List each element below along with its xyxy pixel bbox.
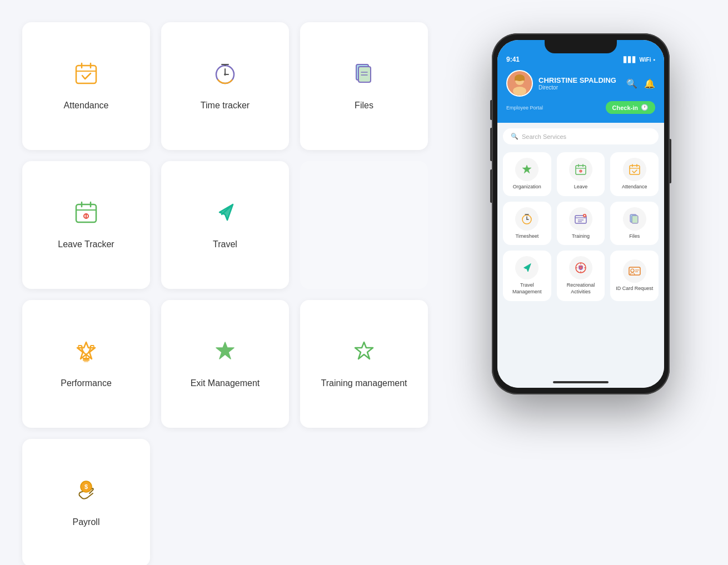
travel-label: Travel (213, 238, 237, 251)
attendance-phone-label: Attendance (622, 184, 647, 191)
phone-app-organization[interactable]: Organization (503, 152, 551, 196)
training-management-icon (351, 338, 377, 368)
phone-app-grid: Organization (503, 152, 659, 301)
svg-point-10 (224, 73, 226, 76)
performance-icon (73, 338, 99, 368)
phone-btn-vol-down (490, 169, 492, 203)
battery-icon: ▪ (653, 57, 655, 63)
svg-rect-34 (515, 78, 525, 81)
travel-phone-icon (515, 256, 538, 279)
app-grid-section: Attendance Time tracker (22, 17, 456, 565)
phone-btn-vol-up (490, 128, 492, 161)
attendance-icon (73, 60, 99, 91)
leave-tracker-label: Leave Tracker (58, 238, 114, 251)
training-icon (569, 207, 592, 231)
org-label: Organization (513, 184, 541, 191)
signal-icon: ▋▋▋ (624, 57, 637, 63)
phone-mockup: 9:41 ▋▋▋ WiFi ▪ (492, 33, 670, 394)
org-icon (515, 158, 538, 181)
header-actions: 🔍 🔔 (626, 78, 655, 89)
leave-icon (569, 158, 592, 181)
training-phone-label: Training (572, 233, 590, 240)
user-info: CHRISTINE SPALDING Director (506, 70, 616, 97)
svg-text:$: $ (84, 483, 88, 490)
payroll-icon: $ (73, 477, 99, 507)
checkin-row: Employee Portal Check-in 🕐 (506, 101, 655, 114)
phone-app-travel[interactable]: Travel Management (503, 251, 551, 301)
checkin-label: Check-in (612, 104, 638, 111)
payroll-label: Payroll (73, 516, 100, 528)
phone-app-files[interactable]: Files (610, 202, 659, 246)
files-icon (351, 60, 377, 91)
performance-label: Performance (61, 377, 112, 389)
card-placeholder-1 (300, 161, 428, 289)
phone-home-bar (553, 381, 609, 383)
phone-app-idcard[interactable]: ID Card Request (610, 251, 659, 301)
attendance-label: Attendance (64, 99, 109, 112)
wifi-icon: WiFi (639, 57, 651, 63)
status-bar: 9:41 ▋▋▋ WiFi ▪ (506, 56, 655, 63)
checkin-button[interactable]: Check-in 🕐 (606, 101, 655, 114)
user-details: CHRISTINE SPALDING Director (538, 76, 616, 91)
svg-rect-22 (84, 361, 88, 362)
recreational-label: Recreational Activities (559, 282, 603, 295)
search-bar[interactable]: 🔍 Search Services (503, 128, 659, 144)
user-row: CHRISTINE SPALDING Director 🔍 🔔 (506, 70, 655, 97)
timesheet-icon (515, 207, 538, 231)
time-tracker-icon (212, 60, 238, 91)
avatar (506, 70, 533, 97)
phone-app-leave[interactable]: Leave (557, 152, 605, 196)
user-name: CHRISTINE SPALDING (538, 76, 616, 85)
files-label: Files (355, 99, 373, 112)
card-leave-tracker[interactable]: Leave Tracker (22, 161, 150, 289)
att-icon (623, 158, 646, 181)
checkin-clock-icon: 🕐 (641, 104, 649, 111)
phone-app-attendance[interactable]: Attendance (610, 152, 659, 196)
idcard-label: ID Card Request (616, 286, 653, 292)
svg-rect-26 (83, 358, 89, 359)
screen-body: 🔍 Search Services Or (497, 123, 664, 388)
exit-management-icon (212, 338, 238, 368)
svg-rect-57 (632, 216, 638, 223)
subtitle-text: Employee Portal (506, 105, 543, 111)
exit-management-label: Exit Management (191, 377, 260, 389)
bell-icon[interactable]: 🔔 (644, 78, 655, 89)
search-icon[interactable]: 🔍 (626, 78, 637, 89)
files-phone-label: Files (629, 233, 640, 240)
phone-section: 9:41 ▋▋▋ WiFi ▪ (456, 17, 706, 565)
idcard-icon (623, 259, 646, 283)
card-files[interactable]: Files (300, 22, 428, 150)
card-performance[interactable]: Performance (22, 300, 150, 428)
phone-app-timesheet[interactable]: Timesheet (503, 202, 551, 246)
search-bar-icon: 🔍 (511, 133, 518, 140)
phone-notch (545, 40, 617, 53)
leave-label: Leave (574, 184, 588, 191)
user-role: Director (538, 84, 616, 91)
main-container: Attendance Time tracker (0, 0, 728, 565)
card-travel[interactable]: Travel (161, 161, 289, 289)
phone-app-recreational[interactable]: Recreational Activities (557, 251, 605, 301)
card-training-management[interactable]: Training management (300, 300, 428, 428)
svg-point-32 (513, 87, 526, 96)
svg-rect-41 (630, 166, 640, 174)
timesheet-label: Timesheet (515, 233, 538, 240)
card-time-tracker[interactable]: Time tracker (161, 22, 289, 150)
recreational-icon (569, 256, 592, 279)
phone-app-training[interactable]: Training (557, 202, 605, 246)
card-payroll[interactable]: $ Payroll (22, 439, 150, 565)
svg-rect-12 (358, 67, 371, 82)
training-management-label: Training management (321, 377, 407, 389)
search-bar-placeholder: Search Services (522, 133, 566, 140)
time-tracker-label: Time tracker (201, 99, 250, 112)
phone-btn-power (670, 139, 671, 183)
card-exit-management[interactable]: Exit Management (161, 300, 289, 428)
travel-phone-label: Travel Management (505, 282, 549, 295)
files-phone-icon (623, 207, 646, 231)
status-time: 9:41 (506, 56, 520, 63)
leave-tracker-icon (73, 199, 99, 229)
status-icons: ▋▋▋ WiFi ▪ (624, 57, 655, 63)
phone-screen: 9:41 ▋▋▋ WiFi ▪ (497, 40, 664, 388)
screen-content: 9:41 ▋▋▋ WiFi ▪ (497, 40, 664, 388)
card-attendance[interactable]: Attendance (22, 22, 150, 150)
svg-point-65 (631, 269, 634, 272)
